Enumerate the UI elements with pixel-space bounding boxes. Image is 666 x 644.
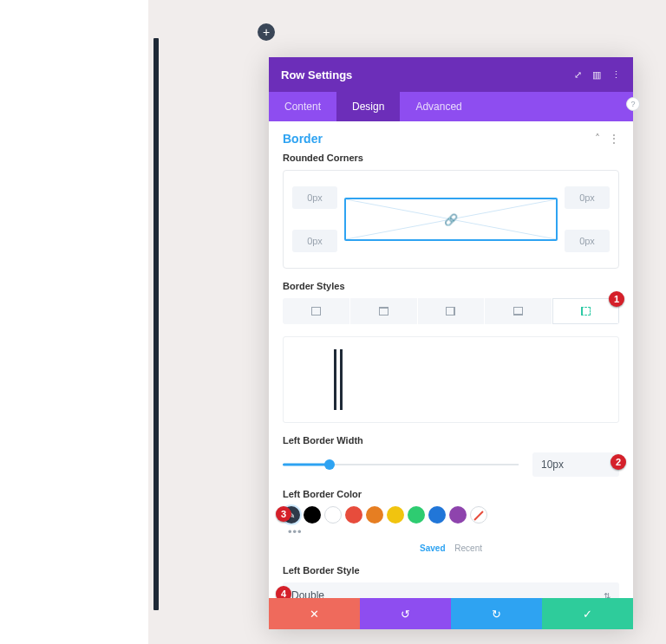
swatch-green[interactable] <box>408 506 425 524</box>
color-tab-recent[interactable]: Recent <box>454 543 482 553</box>
border-preview <box>283 336 619 423</box>
accordion-border-header[interactable]: Border ˄ ⋮ <box>269 121 633 153</box>
border-side-top[interactable] <box>350 298 418 324</box>
left-border-width-input[interactable]: 10px <box>532 452 619 477</box>
left-border-style-select[interactable]: Double ⇅ <box>283 582 619 598</box>
accordion-border-title: Border <box>283 132 323 146</box>
add-module-button[interactable]: + <box>258 23 275 41</box>
panel-footer: ✕ ↺ ↻ ✓ <box>269 598 633 629</box>
label-rounded-corners: Rounded Corners <box>283 153 619 163</box>
border-side-all[interactable] <box>283 298 350 324</box>
border-side-picker <box>283 298 619 324</box>
tab-content[interactable]: Content <box>269 92 336 121</box>
callout-2: 2 <box>610 454 626 470</box>
link-corners-icon[interactable]: 🔗 <box>444 213 458 226</box>
page-left-border-preview <box>153 38 159 610</box>
left-border-style-value: Double <box>291 589 324 598</box>
help-icon[interactable]: ? <box>626 97 640 111</box>
more-icon[interactable]: ⋮ <box>611 69 621 81</box>
expand-icon[interactable]: ⤢ <box>574 69 582 81</box>
columns-icon[interactable]: ▥ <box>592 69 601 81</box>
more-icon[interactable]: ⋮ <box>609 133 619 145</box>
panel-body: Border ˄ ⋮ Rounded Corners 0px 0px 🔗 0px <box>269 121 633 598</box>
tab-design[interactable]: Design <box>336 92 400 121</box>
panel-header[interactable]: Row Settings ⤢ ▥ ⋮ <box>269 57 633 92</box>
swatch-white[interactable] <box>324 506 342 524</box>
corner-bl-input[interactable]: 0px <box>292 230 337 252</box>
swatch-purple[interactable] <box>449 506 467 524</box>
border-preview-left-double <box>334 349 343 410</box>
panel-tabs: Content Design Advanced <box>269 92 633 121</box>
label-border-styles: Border Styles <box>283 281 619 291</box>
swatch-transparent[interactable] <box>470 506 487 524</box>
callout-1: 1 <box>609 291 624 307</box>
row-settings-panel: Row Settings ⤢ ▥ ⋮ Content Design Advanc… <box>269 57 633 629</box>
left-border-width-slider[interactable] <box>283 455 519 474</box>
undo-button[interactable]: ↺ <box>360 598 451 629</box>
label-left-border-color: Left Border Color <box>283 489 619 499</box>
corner-preview: 🔗 <box>344 198 558 241</box>
border-side-bottom[interactable] <box>485 298 552 324</box>
callout-3: 3 <box>276 506 291 522</box>
color-tabs: Saved Recent <box>283 543 619 553</box>
swatch-black[interactable] <box>304 506 321 524</box>
cancel-button[interactable]: ✕ <box>269 598 360 629</box>
save-button[interactable]: ✓ <box>542 598 633 629</box>
corner-br-input[interactable]: 0px <box>565 230 610 252</box>
rounded-corners-control: 0px 0px 🔗 0px 0px <box>283 170 619 269</box>
swatch-blue[interactable] <box>428 506 446 524</box>
select-chevron-icon: ⇅ <box>604 591 610 599</box>
redo-button[interactable]: ↻ <box>451 598 542 629</box>
callout-4: 4 <box>276 586 291 598</box>
label-left-border-style: Left Border Style <box>283 565 619 576</box>
panel-title: Row Settings <box>281 68 352 81</box>
more-colors-icon[interactable]: ••• <box>288 525 619 538</box>
swatch-orange[interactable] <box>366 506 383 524</box>
label-left-border-width: Left Border Width <box>283 435 619 446</box>
tab-advanced[interactable]: Advanced <box>400 92 477 121</box>
corner-tr-input[interactable]: 0px <box>565 186 610 209</box>
swatch-red[interactable] <box>345 506 362 524</box>
color-swatches: ✎ <box>283 506 619 524</box>
corner-tl-input[interactable]: 0px <box>292 186 337 209</box>
color-tab-saved[interactable]: Saved <box>420 543 445 553</box>
swatch-yellow[interactable] <box>387 506 404 524</box>
border-side-right[interactable] <box>418 298 486 324</box>
chevron-up-icon[interactable]: ˄ <box>595 133 600 145</box>
